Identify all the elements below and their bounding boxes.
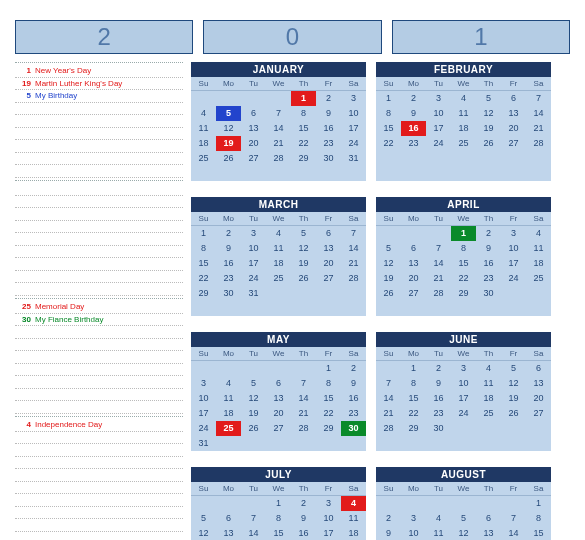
day-cell: 7 <box>341 226 366 241</box>
day-cell <box>316 166 341 181</box>
day-cell <box>401 151 426 166</box>
day-cell: 31 <box>191 436 216 451</box>
event-section: 4Independence Day <box>15 416 183 534</box>
weekday-label: Mo <box>216 347 241 361</box>
day-cell: 3 <box>241 226 266 241</box>
day-cell: 23 <box>341 406 366 421</box>
day-cell <box>476 151 501 166</box>
day-cell <box>376 496 401 511</box>
weekday-label: We <box>451 77 476 91</box>
event-day: 25 <box>15 302 35 311</box>
day-cell: 8 <box>401 376 426 391</box>
day-cell <box>451 301 476 316</box>
day-cell: 5 <box>476 91 501 106</box>
day-cell: 22 <box>316 406 341 421</box>
day-cell <box>526 286 551 301</box>
day-cell <box>401 301 426 316</box>
day-cell: 26 <box>501 406 526 421</box>
month-title: FEBRUARY <box>376 62 551 77</box>
weekday-label: Sa <box>341 212 366 226</box>
day-cell: 6 <box>216 511 241 526</box>
day-cell: 9 <box>341 376 366 391</box>
day-cell <box>401 436 426 451</box>
weekday-label: Fr <box>316 212 341 226</box>
day-cell: 28 <box>526 136 551 151</box>
day-cell: 13 <box>316 241 341 256</box>
day-cell <box>526 436 551 451</box>
days-grid: 1234567891011121314151617181920212223242… <box>191 91 366 181</box>
event-line <box>15 208 183 221</box>
day-cell: 14 <box>501 526 526 540</box>
day-cell: 7 <box>266 106 291 121</box>
day-cell: 23 <box>476 271 501 286</box>
day-cell: 8 <box>451 241 476 256</box>
month-april: APRILSuMoTuWeThFrSa123456789101112131415… <box>376 197 551 316</box>
day-cell: 15 <box>316 391 341 406</box>
day-cell <box>501 286 526 301</box>
day-cell: 15 <box>266 526 291 540</box>
weekday-label: Th <box>476 77 501 91</box>
day-cell: 10 <box>341 106 366 121</box>
year-digit-2: 1 <box>392 20 570 54</box>
day-cell: 5 <box>451 511 476 526</box>
day-cell: 1 <box>266 496 291 511</box>
weekday-label: We <box>266 77 291 91</box>
day-cell: 29 <box>451 286 476 301</box>
day-cell: 1 <box>316 361 341 376</box>
day-cell: 3 <box>401 511 426 526</box>
day-cell: 5 <box>501 361 526 376</box>
day-cell: 7 <box>526 91 551 106</box>
day-cell <box>501 496 526 511</box>
day-cell: 2 <box>426 361 451 376</box>
weekday-label: Mo <box>216 482 241 496</box>
event-line <box>15 494 183 507</box>
day-cell: 5 <box>216 106 241 121</box>
day-cell <box>476 496 501 511</box>
days-grid: 1234567891011121314151617181920212223242… <box>376 91 551 181</box>
day-cell: 17 <box>501 256 526 271</box>
weekday-label: Fr <box>501 347 526 361</box>
event-line <box>15 364 183 377</box>
weekday-label: Sa <box>526 77 551 91</box>
month-february: FEBRUARYSuMoTuWeThFrSa123456789101112131… <box>376 62 551 181</box>
day-cell: 2 <box>291 496 316 511</box>
event-line <box>15 507 183 520</box>
day-cell: 21 <box>266 136 291 151</box>
event-line <box>15 221 183 234</box>
day-cell: 15 <box>291 121 316 136</box>
day-cell: 20 <box>266 406 291 421</box>
weekday-row: SuMoTuWeThFrSa <box>376 77 551 91</box>
day-cell: 2 <box>316 91 341 106</box>
day-cell: 11 <box>426 526 451 540</box>
day-cell: 16 <box>316 121 341 136</box>
day-cell <box>376 166 401 181</box>
day-cell: 20 <box>526 391 551 406</box>
day-cell: 13 <box>241 121 266 136</box>
day-cell: 2 <box>476 226 501 241</box>
day-cell: 20 <box>241 136 266 151</box>
day-cell: 7 <box>291 376 316 391</box>
day-cell <box>266 361 291 376</box>
day-cell: 23 <box>401 136 426 151</box>
weekday-label: Tu <box>426 347 451 361</box>
weekday-label: Th <box>476 347 501 361</box>
day-cell <box>451 496 476 511</box>
day-cell <box>376 361 401 376</box>
day-cell: 10 <box>316 511 341 526</box>
day-cell: 23 <box>426 406 451 421</box>
day-cell: 13 <box>501 106 526 121</box>
day-cell: 13 <box>266 391 291 406</box>
day-cell: 18 <box>526 256 551 271</box>
event-line <box>15 444 183 457</box>
day-cell: 14 <box>291 391 316 406</box>
event-line <box>15 339 183 352</box>
weekday-row: SuMoTuWeThFrSa <box>376 347 551 361</box>
day-cell <box>501 166 526 181</box>
day-cell: 11 <box>451 106 476 121</box>
day-cell: 30 <box>316 151 341 166</box>
day-cell: 19 <box>501 391 526 406</box>
event-line <box>15 482 183 495</box>
day-cell: 4 <box>426 511 451 526</box>
weekday-label: Fr <box>316 482 341 496</box>
day-cell: 21 <box>341 256 366 271</box>
